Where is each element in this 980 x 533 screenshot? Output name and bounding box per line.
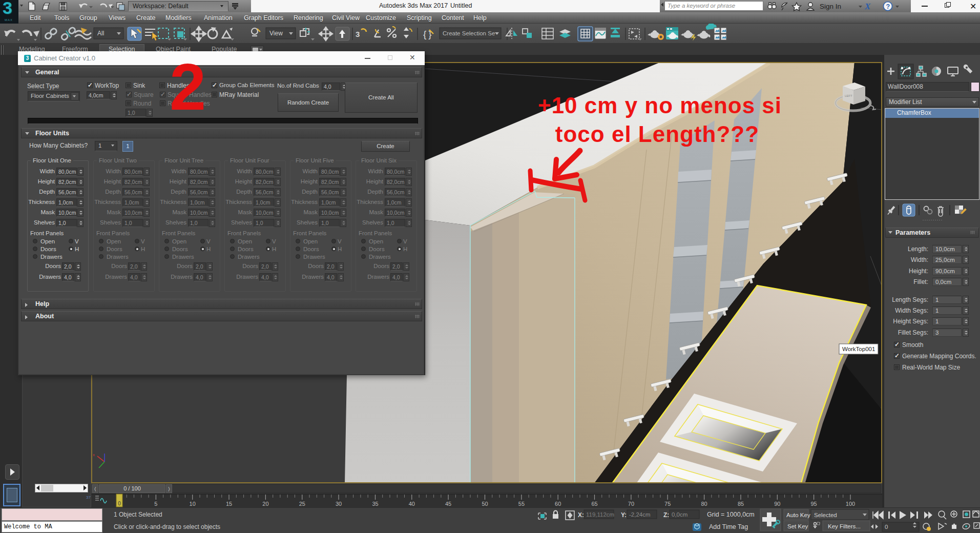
- svg-text:View: View: [269, 30, 283, 37]
- svg-text:95: 95: [810, 501, 817, 507]
- svg-text:Selected: Selected: [814, 512, 837, 518]
- svg-text:60: 60: [555, 501, 561, 507]
- svg-text:15: 15: [226, 501, 232, 507]
- svg-text:All: All: [97, 30, 104, 37]
- svg-text:50: 50: [482, 501, 488, 507]
- svg-text:Key Filters...: Key Filters...: [828, 523, 861, 529]
- svg-text:25: 25: [299, 501, 305, 507]
- svg-text:5: 5: [154, 501, 157, 507]
- svg-text:Grid = 1000,0cm: Grid = 1000,0cm: [707, 511, 755, 518]
- svg-text:55: 55: [518, 501, 525, 507]
- svg-text:90: 90: [774, 501, 780, 507]
- svg-text:X: X: [864, 2, 871, 11]
- svg-text:75: 75: [664, 501, 671, 507]
- svg-text:+10 cm y no menos si: +10 cm y no menos si: [538, 93, 782, 118]
- svg-text:Y:: Y:: [621, 511, 627, 519]
- svg-text:70: 70: [628, 501, 634, 507]
- svg-text:Add Time Tag: Add Time Tag: [709, 523, 748, 530]
- svg-text:65: 65: [591, 501, 597, 507]
- svg-text:Auto Key: Auto Key: [786, 512, 810, 518]
- svg-text:30: 30: [336, 501, 342, 507]
- svg-text:Z:: Z:: [663, 511, 669, 519]
- svg-text:40: 40: [409, 501, 415, 507]
- svg-text:?: ?: [886, 3, 890, 10]
- svg-text:80: 80: [701, 501, 707, 507]
- svg-text:0: 0: [885, 524, 888, 530]
- svg-text:85: 85: [738, 501, 744, 507]
- svg-text:119,112cm: 119,112cm: [586, 511, 614, 518]
- svg-text:-2,24cm: -2,24cm: [629, 511, 651, 518]
- svg-text:20: 20: [262, 501, 268, 507]
- svg-text:100: 100: [846, 501, 855, 507]
- svg-text:3: 3: [356, 30, 360, 38]
- svg-text:Set Key: Set Key: [787, 523, 808, 529]
- svg-text:LEFT: LEFT: [845, 94, 852, 97]
- svg-text:Sign In: Sign In: [820, 3, 841, 10]
- svg-text:Create Selection Se: Create Selection Se: [443, 30, 495, 36]
- svg-text:0,0cm: 0,0cm: [672, 511, 687, 518]
- svg-text:45: 45: [445, 501, 451, 507]
- svg-text:WorkTop001: WorkTop001: [842, 346, 875, 352]
- svg-text:35: 35: [372, 501, 378, 507]
- svg-text:10: 10: [190, 501, 196, 507]
- svg-text:0: 0: [118, 501, 121, 506]
- svg-text:X:: X:: [578, 511, 584, 519]
- svg-text:toco el Length???: toco el Length???: [555, 121, 759, 147]
- svg-text:x: x: [93, 453, 95, 457]
